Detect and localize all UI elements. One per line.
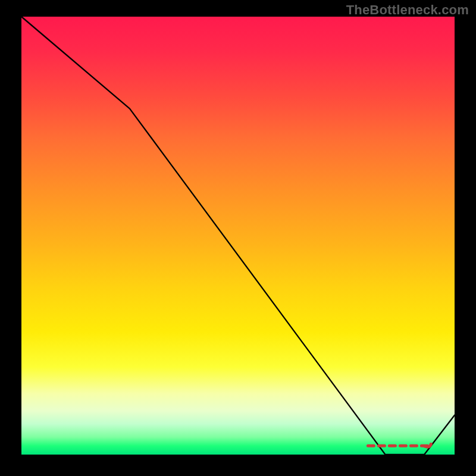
curve-line xyxy=(21,17,455,455)
plot-area xyxy=(21,17,455,455)
watermark-text: TheBottleneck.com xyxy=(346,2,469,18)
chart-svg xyxy=(21,17,455,455)
chart-stage: TheBottleneck.com xyxy=(0,0,476,476)
